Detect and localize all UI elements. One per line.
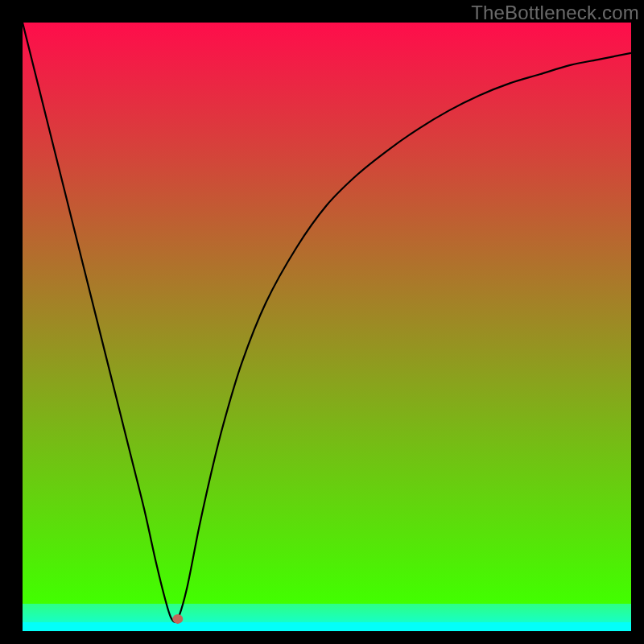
bottleneck-curve-chart: [23, 23, 631, 631]
gradient-background: [23, 23, 631, 631]
chart-frame: TheBottleneck.com: [0, 0, 644, 644]
watermark-text: TheBottleneck.com: [471, 2, 639, 24]
plot-area: [23, 23, 631, 631]
optimal-point-marker: [172, 614, 183, 624]
